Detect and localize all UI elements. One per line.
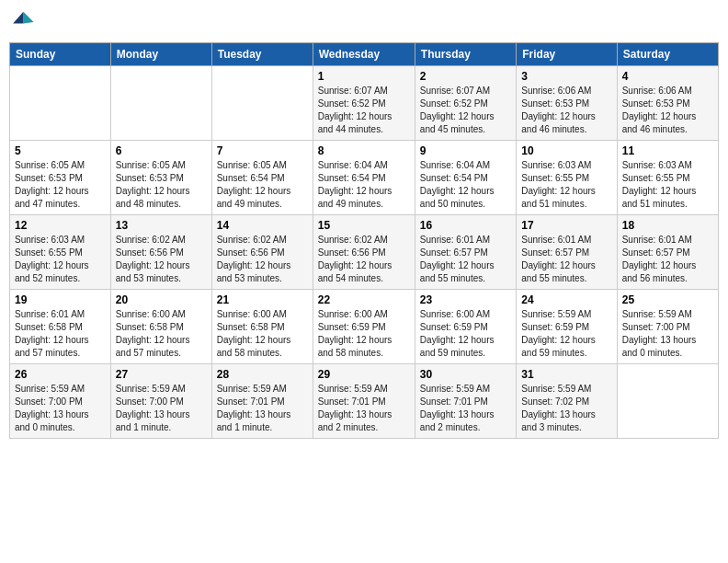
day-info: Sunrise: 6:04 AM Sunset: 6:54 PM Dayligh… bbox=[420, 159, 511, 211]
header-day-tuesday: Tuesday bbox=[211, 43, 313, 66]
week-row-3: 12Sunrise: 6:03 AM Sunset: 6:55 PM Dayli… bbox=[10, 215, 719, 290]
header-day-thursday: Thursday bbox=[415, 43, 516, 66]
day-number: 25 bbox=[622, 293, 713, 306]
day-info: Sunrise: 5:59 AM Sunset: 7:01 PM Dayligh… bbox=[217, 383, 308, 434]
day-info: Sunrise: 6:02 AM Sunset: 6:56 PM Dayligh… bbox=[116, 234, 207, 285]
day-number: 10 bbox=[521, 144, 611, 157]
day-info: Sunrise: 6:05 AM Sunset: 6:53 PM Dayligh… bbox=[15, 159, 106, 211]
day-info: Sunrise: 6:02 AM Sunset: 6:56 PM Dayligh… bbox=[318, 234, 410, 285]
day-info: Sunrise: 6:03 AM Sunset: 6:55 PM Dayligh… bbox=[15, 234, 106, 285]
day-cell: 29Sunrise: 5:59 AM Sunset: 7:01 PM Dayli… bbox=[313, 364, 415, 439]
day-cell: 23Sunrise: 6:00 AM Sunset: 6:59 PM Dayli… bbox=[415, 290, 516, 364]
header-day-monday: Monday bbox=[110, 43, 211, 66]
day-cell: 9Sunrise: 6:04 AM Sunset: 6:54 PM Daylig… bbox=[415, 141, 516, 215]
day-number: 11 bbox=[622, 144, 713, 157]
day-cell: 21Sunrise: 6:00 AM Sunset: 6:58 PM Dayli… bbox=[211, 290, 313, 364]
day-cell bbox=[10, 66, 111, 141]
header-day-friday: Friday bbox=[517, 43, 617, 66]
day-number: 5 bbox=[15, 144, 106, 157]
day-number: 2 bbox=[420, 70, 511, 83]
day-info: Sunrise: 6:07 AM Sunset: 6:52 PM Dayligh… bbox=[420, 85, 511, 136]
day-info: Sunrise: 6:02 AM Sunset: 6:56 PM Dayligh… bbox=[217, 234, 308, 285]
day-number: 23 bbox=[420, 293, 511, 306]
day-info: Sunrise: 6:00 AM Sunset: 6:59 PM Dayligh… bbox=[420, 308, 511, 360]
day-cell bbox=[211, 66, 313, 141]
day-info: Sunrise: 6:06 AM Sunset: 6:53 PM Dayligh… bbox=[622, 85, 713, 136]
day-cell: 5Sunrise: 6:05 AM Sunset: 6:53 PM Daylig… bbox=[10, 141, 111, 215]
day-number: 20 bbox=[116, 293, 207, 306]
day-info: Sunrise: 5:59 AM Sunset: 7:00 PM Dayligh… bbox=[622, 308, 713, 360]
day-cell: 4Sunrise: 6:06 AM Sunset: 6:53 PM Daylig… bbox=[617, 66, 718, 141]
day-info: Sunrise: 5:59 AM Sunset: 7:01 PM Dayligh… bbox=[318, 383, 410, 434]
day-cell: 12Sunrise: 6:03 AM Sunset: 6:55 PM Dayli… bbox=[10, 215, 111, 290]
day-cell: 2Sunrise: 6:07 AM Sunset: 6:52 PM Daylig… bbox=[415, 66, 516, 141]
day-number: 22 bbox=[318, 293, 410, 306]
day-info: Sunrise: 6:04 AM Sunset: 6:54 PM Dayligh… bbox=[318, 159, 410, 211]
day-number: 19 bbox=[15, 293, 106, 306]
day-number: 12 bbox=[15, 219, 106, 232]
day-cell bbox=[617, 364, 718, 439]
day-info: Sunrise: 6:01 AM Sunset: 6:57 PM Dayligh… bbox=[622, 234, 713, 285]
day-info: Sunrise: 6:05 AM Sunset: 6:53 PM Dayligh… bbox=[116, 159, 207, 211]
day-info: Sunrise: 5:59 AM Sunset: 7:02 PM Dayligh… bbox=[521, 383, 611, 434]
day-number: 17 bbox=[521, 219, 611, 232]
day-cell: 19Sunrise: 6:01 AM Sunset: 6:58 PM Dayli… bbox=[10, 290, 111, 364]
day-cell: 30Sunrise: 5:59 AM Sunset: 7:01 PM Dayli… bbox=[415, 364, 516, 439]
day-number: 30 bbox=[420, 368, 511, 381]
day-number: 18 bbox=[622, 219, 713, 232]
day-number: 4 bbox=[622, 70, 713, 83]
day-number: 1 bbox=[318, 70, 410, 83]
day-cell: 7Sunrise: 6:05 AM Sunset: 6:54 PM Daylig… bbox=[211, 141, 313, 215]
day-cell bbox=[110, 66, 211, 141]
day-info: Sunrise: 6:06 AM Sunset: 6:53 PM Dayligh… bbox=[521, 85, 611, 136]
week-row-2: 5Sunrise: 6:05 AM Sunset: 6:53 PM Daylig… bbox=[10, 141, 719, 215]
header-day-sunday: Sunday bbox=[10, 43, 111, 66]
day-number: 6 bbox=[116, 144, 207, 157]
header-day-wednesday: Wednesday bbox=[313, 43, 415, 66]
day-cell: 22Sunrise: 6:00 AM Sunset: 6:59 PM Dayli… bbox=[313, 290, 415, 364]
header bbox=[9, 9, 719, 35]
day-info: Sunrise: 6:00 AM Sunset: 6:58 PM Dayligh… bbox=[116, 308, 207, 360]
day-number: 9 bbox=[420, 144, 511, 157]
calendar-table: SundayMondayTuesdayWednesdayThursdayFrid… bbox=[9, 42, 719, 439]
day-number: 14 bbox=[217, 219, 308, 232]
day-cell: 18Sunrise: 6:01 AM Sunset: 6:57 PM Dayli… bbox=[617, 215, 718, 290]
week-row-4: 19Sunrise: 6:01 AM Sunset: 6:58 PM Dayli… bbox=[10, 290, 719, 364]
day-cell: 13Sunrise: 6:02 AM Sunset: 6:56 PM Dayli… bbox=[110, 215, 211, 290]
day-cell: 17Sunrise: 6:01 AM Sunset: 6:57 PM Dayli… bbox=[517, 215, 617, 290]
day-cell: 24Sunrise: 5:59 AM Sunset: 6:59 PM Dayli… bbox=[517, 290, 617, 364]
day-cell: 8Sunrise: 6:04 AM Sunset: 6:54 PM Daylig… bbox=[313, 141, 415, 215]
day-cell: 6Sunrise: 6:05 AM Sunset: 6:53 PM Daylig… bbox=[110, 141, 211, 215]
logo-icon bbox=[9, 9, 35, 35]
day-info: Sunrise: 6:07 AM Sunset: 6:52 PM Dayligh… bbox=[318, 85, 410, 136]
day-number: 28 bbox=[217, 368, 308, 381]
day-cell: 14Sunrise: 6:02 AM Sunset: 6:56 PM Dayli… bbox=[211, 215, 313, 290]
day-cell: 11Sunrise: 6:03 AM Sunset: 6:55 PM Dayli… bbox=[617, 141, 718, 215]
header-row: SundayMondayTuesdayWednesdayThursdayFrid… bbox=[10, 43, 719, 66]
day-info: Sunrise: 5:59 AM Sunset: 6:59 PM Dayligh… bbox=[521, 308, 611, 360]
day-number: 8 bbox=[318, 144, 410, 157]
day-cell: 15Sunrise: 6:02 AM Sunset: 6:56 PM Dayli… bbox=[313, 215, 415, 290]
day-number: 27 bbox=[116, 368, 207, 381]
day-info: Sunrise: 6:01 AM Sunset: 6:58 PM Dayligh… bbox=[15, 308, 106, 360]
day-info: Sunrise: 6:05 AM Sunset: 6:54 PM Dayligh… bbox=[217, 159, 308, 211]
day-info: Sunrise: 6:01 AM Sunset: 6:57 PM Dayligh… bbox=[420, 234, 511, 285]
day-info: Sunrise: 6:01 AM Sunset: 6:57 PM Dayligh… bbox=[521, 234, 611, 285]
day-info: Sunrise: 6:00 AM Sunset: 6:59 PM Dayligh… bbox=[318, 308, 410, 360]
day-number: 3 bbox=[521, 70, 611, 83]
day-cell: 10Sunrise: 6:03 AM Sunset: 6:55 PM Dayli… bbox=[517, 141, 617, 215]
week-row-5: 26Sunrise: 5:59 AM Sunset: 7:00 PM Dayli… bbox=[10, 364, 719, 439]
day-number: 24 bbox=[521, 293, 611, 306]
day-cell: 16Sunrise: 6:01 AM Sunset: 6:57 PM Dayli… bbox=[415, 215, 516, 290]
svg-marker-0 bbox=[23, 12, 33, 24]
header-day-saturday: Saturday bbox=[617, 43, 718, 66]
day-cell: 28Sunrise: 5:59 AM Sunset: 7:01 PM Dayli… bbox=[211, 364, 313, 439]
day-info: Sunrise: 6:03 AM Sunset: 6:55 PM Dayligh… bbox=[622, 159, 713, 211]
day-info: Sunrise: 6:03 AM Sunset: 6:55 PM Dayligh… bbox=[521, 159, 611, 211]
day-number: 21 bbox=[217, 293, 308, 306]
day-info: Sunrise: 5:59 AM Sunset: 7:00 PM Dayligh… bbox=[116, 383, 207, 434]
day-number: 31 bbox=[521, 368, 611, 381]
day-info: Sunrise: 6:00 AM Sunset: 6:58 PM Dayligh… bbox=[217, 308, 308, 360]
day-number: 7 bbox=[217, 144, 308, 157]
day-number: 26 bbox=[15, 368, 106, 381]
